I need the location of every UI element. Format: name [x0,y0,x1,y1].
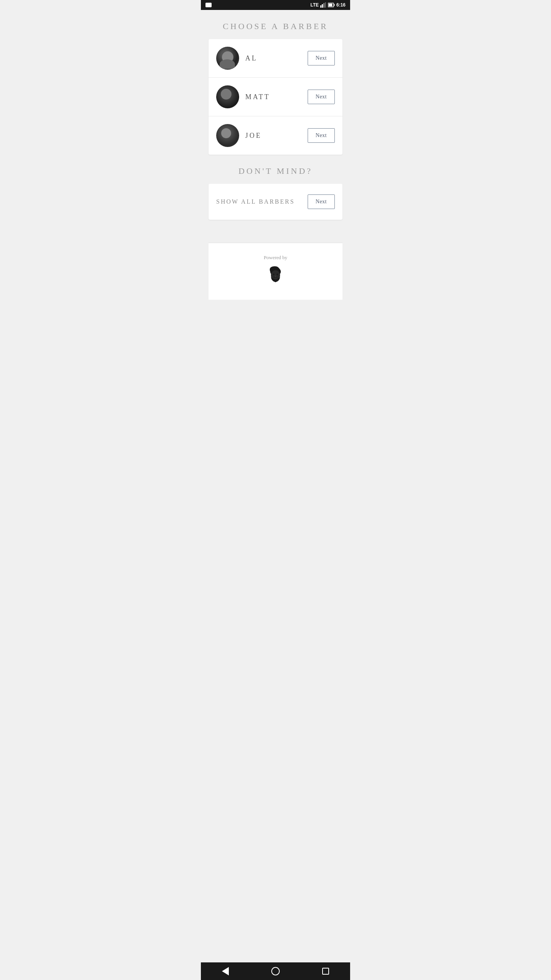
svg-rect-3 [325,2,326,8]
barber-name-matt: MATT [245,93,308,101]
svg-rect-0 [320,5,321,8]
barber-name-al: AL [245,54,308,62]
time-display: 6:16 [336,2,346,8]
main-content: CHOOSE A BARBER AL Next MATT Next JOE Ne… [201,10,350,962]
page-title: CHOOSE A BARBER [223,21,328,31]
next-button-al[interactable]: Next [308,51,335,65]
footer-section: Powered by [209,243,342,300]
dont-mind-section: DON'T MIND? SHOW ALL BARBERS Next [209,166,342,220]
next-button-joe[interactable]: Next [308,128,335,143]
home-icon [271,967,280,975]
back-icon [222,967,229,975]
show-all-card: SHOW ALL BARBERS Next [209,184,342,220]
status-right: LTE 6:16 [310,2,346,8]
barber-name-joe: JOE [245,132,308,140]
sd-card-icon [205,3,212,7]
status-left [205,3,212,7]
home-button[interactable] [271,967,280,975]
powered-by-text: Powered by [264,255,287,261]
barber-row-joe: JOE Next [209,116,342,155]
dont-mind-title: DON'T MIND? [238,166,313,176]
barbers-list: AL Next MATT Next JOE Next [209,39,342,155]
recent-icon [322,968,329,975]
barber-row-al: AL Next [209,39,342,78]
barber-row-matt: MATT Next [209,78,342,116]
svg-point-10 [277,274,278,276]
network-indicator: LTE [310,2,319,8]
svg-rect-6 [328,4,332,7]
svg-point-9 [273,274,275,276]
barber-logo [266,265,285,288]
svg-rect-5 [334,4,334,6]
avatar-al [216,47,239,70]
recent-button[interactable] [322,968,329,975]
signal-icon [320,2,326,8]
navigation-bar [201,962,350,980]
avatar-joe [216,124,239,147]
show-all-label: SHOW ALL BARBERS [216,198,295,205]
battery-icon [328,3,335,7]
status-bar: LTE 6:16 [201,0,350,10]
next-button-show-all[interactable]: Next [308,194,335,209]
svg-rect-1 [322,4,323,8]
next-button-matt[interactable]: Next [308,90,335,104]
avatar-matt [216,85,239,108]
svg-rect-2 [323,3,324,8]
back-button[interactable] [222,967,229,975]
